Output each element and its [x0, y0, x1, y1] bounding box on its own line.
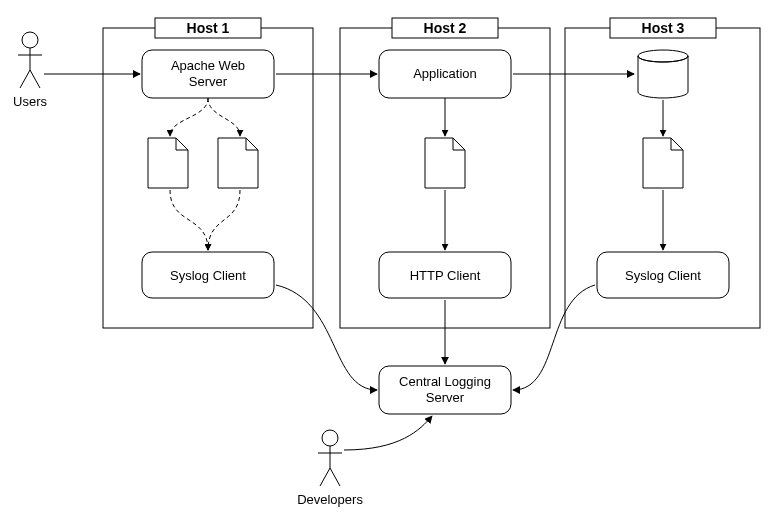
arrow — [170, 190, 208, 250]
host3-title: Host 3 — [642, 20, 685, 36]
host3-container: Host 3 Syslog Client — [565, 18, 760, 328]
svg-text:Developers: Developers — [297, 492, 363, 507]
svg-text:Syslog Client: Syslog Client — [170, 268, 246, 283]
svg-text:Syslog Client: Syslog Client — [625, 268, 701, 283]
architecture-diagram: Host 1 Apache Web Server Syslog Client — [0, 0, 775, 526]
host1-title: Host 1 — [187, 20, 230, 36]
svg-text:Apache Web: Apache Web — [171, 58, 245, 73]
arrow — [513, 285, 595, 390]
central-logging-server-node: Central Logging Server — [379, 366, 511, 414]
svg-line-31 — [330, 468, 340, 486]
arrow — [208, 190, 240, 250]
arrow — [344, 416, 432, 450]
developers-actor: Developers — [297, 430, 363, 507]
apache-web-server-node: Apache Web Server — [142, 50, 274, 98]
host2-container: Host 2 Application HTTP Client — [340, 18, 550, 328]
arrow — [208, 98, 240, 136]
host1-container: Host 1 Apache Web Server Syslog Client — [103, 18, 313, 328]
svg-text:Application: Application — [413, 66, 477, 81]
svg-text:Users: Users — [13, 94, 47, 109]
svg-point-27 — [322, 430, 338, 446]
svg-line-30 — [320, 468, 330, 486]
svg-line-25 — [30, 70, 40, 88]
syslog-client-node-host1: Syslog Client — [142, 252, 274, 298]
svg-text:Server: Server — [189, 74, 228, 89]
users-actor: Users — [13, 32, 47, 109]
syslog-client-node-host3: Syslog Client — [597, 252, 729, 298]
file-icon — [643, 138, 683, 188]
http-client-node: HTTP Client — [379, 252, 511, 298]
svg-line-24 — [20, 70, 30, 88]
arrow — [170, 98, 208, 136]
svg-point-21 — [22, 32, 38, 48]
database-icon — [638, 50, 688, 98]
host2-title: Host 2 — [424, 20, 467, 36]
file-icon — [148, 138, 188, 188]
file-icon — [425, 138, 465, 188]
arrow — [276, 285, 377, 390]
file-icon — [218, 138, 258, 188]
svg-text:HTTP Client: HTTP Client — [410, 268, 481, 283]
svg-text:Server: Server — [426, 390, 465, 405]
svg-text:Central Logging: Central Logging — [399, 374, 491, 389]
application-node: Application — [379, 50, 511, 98]
